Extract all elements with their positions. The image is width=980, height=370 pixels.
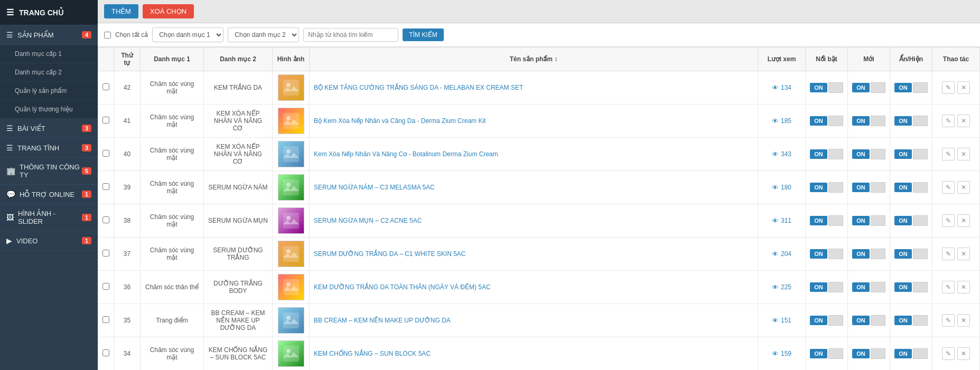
edit-button[interactable]: ✎	[942, 81, 955, 94]
edit-button[interactable]: ✎	[942, 248, 955, 260]
row-product-name[interactable]: BB CREAM – KEM NỀN MAKE UP DƯỠNG DA	[310, 304, 758, 337]
hot-on-button[interactable]: ON	[810, 149, 827, 159]
delete-row-button[interactable]: ✕	[957, 314, 970, 327]
svg-rect-14	[283, 312, 299, 328]
sidebar-item-danh-muc-cap-2[interactable]: Danh mục cấp 2	[0, 63, 98, 82]
row-checkbox[interactable]	[102, 316, 109, 323]
sidebar-item-trang-tinh[interactable]: ☰ TRANG TĨNH 3	[0, 138, 98, 158]
new-on-button[interactable]: ON	[852, 249, 870, 259]
show-on-button[interactable]: ON	[894, 83, 912, 92]
show-on-button[interactable]: ON	[894, 216, 912, 225]
add-button[interactable]: THÊM	[104, 4, 138, 18]
new-on-button[interactable]: ON	[852, 83, 870, 92]
row-checkbox[interactable]	[102, 150, 109, 157]
svg-point-5	[286, 149, 291, 154]
edit-button[interactable]: ✎	[942, 281, 955, 293]
sidebar-item-quan-ly-san-pham[interactable]: Quản lý sản phẩm	[0, 82, 98, 100]
row-checkbox-cell[interactable]	[98, 105, 114, 138]
new-on-button[interactable]: ON	[852, 349, 870, 358]
delete-row-button[interactable]: ✕	[957, 281, 970, 293]
new-on-button[interactable]: ON	[852, 183, 870, 192]
row-checkbox-cell[interactable]	[98, 337, 114, 371]
row-checkbox-cell[interactable]	[98, 171, 114, 204]
hot-on-button[interactable]: ON	[810, 316, 827, 325]
delete-row-button[interactable]: ✕	[957, 181, 970, 194]
sidebar-header[interactable]: ☰ TRANG CHỦ	[0, 0, 98, 25]
cat2-select[interactable]: Chọn danh mục 2	[228, 27, 299, 42]
row-checkbox[interactable]	[102, 250, 109, 257]
row-product-name[interactable]: BỘ KEM TĂNG CƯỜNG TRẮNG SÁNG DA - MELABA…	[310, 71, 758, 105]
new-on-button[interactable]: ON	[852, 282, 870, 292]
delete-row-button[interactable]: ✕	[957, 115, 970, 127]
delete-row-button[interactable]: ✕	[957, 347, 970, 360]
show-on-button[interactable]: ON	[894, 316, 912, 325]
hot-on-button[interactable]: ON	[810, 216, 827, 225]
sidebar-item-quan-ly-thuong-hieu[interactable]: Quản lý thương hiệu	[0, 100, 98, 119]
edit-button[interactable]: ✎	[942, 314, 955, 327]
sidebar-item-bai-viet[interactable]: ☰ BÀI VIẾT 3	[0, 119, 98, 138]
sidebar-item-hinh-anh-slider[interactable]: 🖼 HÌNH ẢNH - SLIDER 1	[0, 204, 98, 231]
hot-on-button[interactable]: ON	[810, 116, 827, 126]
edit-button[interactable]: ✎	[942, 347, 955, 360]
edit-button[interactable]: ✎	[942, 115, 955, 127]
views-count: 180	[781, 184, 791, 191]
delete-row-button[interactable]: ✕	[957, 148, 970, 160]
row-product-name[interactable]: KEM DƯỠNG TRẮNG DA TOÀN THÂN (NGÀY VÀ ĐÊ…	[310, 271, 758, 304]
row-checkbox-cell[interactable]	[98, 204, 114, 238]
cat1-select[interactable]: Chọn danh mục 1	[152, 27, 223, 42]
delete-row-button[interactable]: ✕	[957, 81, 970, 94]
delete-row-button[interactable]: ✕	[957, 248, 970, 260]
sidebar-item-label: HỖ TRỢ ONLINE	[20, 191, 74, 198]
row-checkbox-cell[interactable]	[98, 271, 114, 304]
show-on-button[interactable]: ON	[894, 116, 912, 126]
row-image-cell	[273, 238, 310, 271]
hot-on-button[interactable]: ON	[810, 282, 827, 292]
row-checkbox[interactable]	[102, 83, 109, 90]
new-on-button[interactable]: ON	[852, 216, 870, 225]
hot-on-button[interactable]: ON	[810, 83, 827, 92]
row-checkbox-cell[interactable]	[98, 304, 114, 337]
row-product-name[interactable]: SERUM NGỪA MỤN – C2 ACNE 5AC	[310, 204, 758, 238]
hot-on-button[interactable]: ON	[810, 249, 827, 259]
row-product-name[interactable]: Bộ Kem Xóa Nếp Nhăn và Căng Da - Derma Z…	[310, 105, 758, 138]
edit-button[interactable]: ✎	[942, 181, 955, 194]
new-on-button[interactable]: ON	[852, 149, 870, 159]
show-on-button[interactable]: ON	[894, 183, 912, 192]
row-checkbox-cell[interactable]	[98, 138, 114, 171]
row-product-name[interactable]: KEM CHỐNG NẮNG – SUN BLOCK 5AC	[310, 337, 758, 371]
edit-button[interactable]: ✎	[942, 214, 955, 227]
sidebar-item-san-pham[interactable]: ☰ SẢN PHẨM 4	[0, 25, 98, 45]
show-on-button[interactable]: ON	[894, 349, 912, 358]
views-count: 343	[781, 150, 791, 158]
row-checkbox[interactable]	[102, 117, 109, 124]
show-on-button[interactable]: ON	[894, 249, 912, 259]
sidebar-item-danh-muc-cap-1[interactable]: Danh mục cấp 1	[0, 45, 98, 63]
sidebar-item-ho-tro-online[interactable]: 💬 HỖ TRỢ ONLINE 1	[0, 185, 98, 204]
col-header-views: Lượt xem	[758, 48, 806, 71]
row-checkbox-cell[interactable]	[98, 238, 114, 271]
search-input[interactable]	[303, 28, 398, 42]
show-on-button[interactable]: ON	[894, 282, 912, 292]
select-all-checkbox[interactable]	[104, 32, 111, 39]
new-on-button[interactable]: ON	[852, 116, 870, 126]
hot-on-button[interactable]: ON	[810, 349, 827, 358]
delete-row-button[interactable]: ✕	[957, 214, 970, 227]
row-checkbox[interactable]	[102, 183, 109, 190]
new-on-button[interactable]: ON	[852, 316, 870, 325]
hot-on-button[interactable]: ON	[810, 183, 827, 192]
row-checkbox[interactable]	[102, 216, 109, 223]
row-checkbox-cell[interactable]	[98, 71, 114, 105]
row-product-name[interactable]: SERUM DƯỠNG TRẮNG DA – C1 WHITE SKIN 5AC	[310, 238, 758, 271]
row-checkbox[interactable]	[102, 349, 109, 356]
sidebar-item-video[interactable]: ▶ VIDEO 1	[0, 231, 98, 251]
row-checkbox[interactable]	[102, 283, 109, 290]
search-button[interactable]: TÌM KIẾM	[403, 29, 443, 41]
sidebar-item-thong-tin-cong-ty[interactable]: 🏢 THÔNG TIN CÔNG TY 5	[0, 158, 98, 185]
new-off-indicator	[871, 282, 885, 292]
delete-button[interactable]: XOÁ CHỌN	[143, 4, 194, 18]
col-header-order: Thứ tự	[114, 48, 141, 71]
edit-button[interactable]: ✎	[942, 148, 955, 160]
show-on-button[interactable]: ON	[894, 149, 912, 159]
row-product-name[interactable]: SERUM NGỪA NÁM – C3 MELASMA 5AC	[310, 171, 758, 204]
row-product-name[interactable]: Kem Xóa Nếp Nhăn Và Nâng Cơ - Botalinum …	[310, 138, 758, 171]
